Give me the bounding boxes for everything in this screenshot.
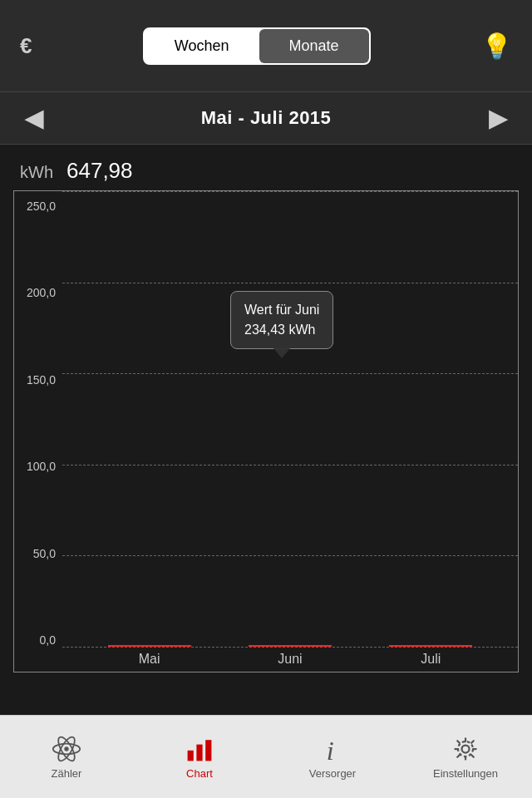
svg-point-8 [462, 746, 470, 753]
nav-item-einstellungen[interactable]: Einstellungen [399, 734, 532, 780]
nav-label-einstellungen: Einstellungen [433, 767, 498, 780]
svg-rect-5 [196, 745, 202, 761]
tooltip-line2: 234,43 kWh [244, 320, 319, 340]
euro-icon[interactable]: € [20, 33, 32, 59]
nav-item-versorger[interactable]: i Versorger [266, 734, 399, 780]
segment-control: Wochen Monate [143, 27, 371, 65]
y-axis: 250,0 200,0 150,0 100,0 50,0 0,0 [14, 191, 62, 672]
svg-point-3 [64, 746, 68, 751]
segment-wochen[interactable]: Wochen [145, 29, 259, 63]
nav-label-chart: Chart [186, 767, 213, 780]
y-label-50: 50,0 [14, 547, 62, 560]
stats-value: 647,98 [66, 158, 133, 184]
gear-icon [451, 734, 480, 764]
svg-text:i: i [327, 736, 334, 764]
y-label-0: 0,0 [14, 633, 62, 647]
stats-unit: kWh [20, 163, 53, 182]
segment-monate[interactable]: Monate [259, 29, 369, 63]
nav-title: Mai - Juli 2015 [201, 107, 332, 129]
y-label-100: 100,0 [14, 460, 62, 473]
stats-row: kWh 647,98 [0, 145, 532, 190]
chart-inner: 250,0 200,0 150,0 100,0 50,0 0,0 [14, 191, 518, 672]
atom-icon [52, 734, 81, 764]
svg-point-9 [458, 741, 473, 756]
nav-label-zaehler: Zähler [52, 767, 82, 780]
svg-rect-6 [205, 740, 211, 761]
y-label-200: 200,0 [14, 286, 62, 299]
y-label-150: 150,0 [14, 373, 62, 387]
tooltip: Wert für Juni 234,43 kWh [230, 291, 333, 349]
prev-arrow[interactable]: ◀ [25, 105, 43, 132]
tooltip-line1: Wert für Juni [244, 300, 319, 320]
bars-area [62, 200, 518, 647]
x-label-juni: Juni [219, 652, 360, 667]
svg-rect-4 [188, 751, 194, 761]
nav-item-chart[interactable]: Chart [133, 734, 266, 780]
chart-icon [185, 734, 214, 764]
nav-label-versorger: Versorger [309, 767, 356, 780]
y-label-250: 250,0 [14, 200, 62, 213]
bulb-icon[interactable]: 💡 [481, 32, 512, 61]
x-labels: Mai Juni Juli [62, 647, 518, 672]
top-bar: € Wochen Monate 💡 [0, 0, 532, 91]
chart-container: 250,0 200,0 150,0 100,0 50,0 0,0 [13, 190, 519, 672]
x-label-juli: Juli [361, 652, 501, 667]
next-arrow[interactable]: ▶ [489, 105, 507, 132]
info-icon: i [318, 734, 347, 764]
nav-item-zaehler[interactable]: Zähler [0, 734, 133, 780]
x-label-mai: Mai [79, 652, 219, 667]
bottom-nav: Zähler Chart i Versorger Einstellungen [0, 715, 532, 798]
nav-bar: ◀ Mai - Juli 2015 ▶ [0, 91, 532, 145]
